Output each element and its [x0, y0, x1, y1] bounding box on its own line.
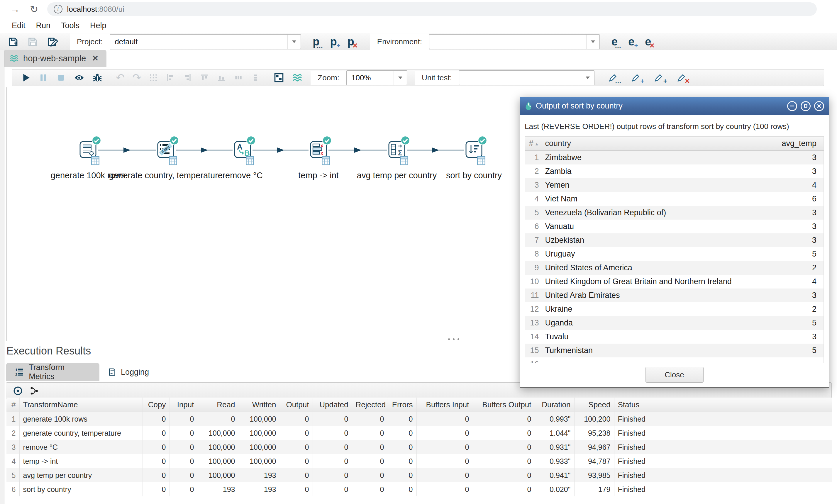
add-project-button[interactable]: p+ [330, 36, 337, 47]
table-row[interactable]: 4Viet Nam6 [525, 192, 824, 206]
tab-close-icon[interactable]: ✕ [92, 54, 99, 63]
menu-edit[interactable]: Edit [6, 21, 31, 30]
new-unit-test-button[interactable]: + [631, 73, 641, 83]
environment-select[interactable] [429, 34, 600, 49]
transform-node-group-by[interactable]: Σ avg temp per country [387, 140, 406, 159]
data-badge-icon[interactable] [91, 156, 100, 165]
sash-handle-icon[interactable] [448, 338, 461, 340]
stop-icon[interactable] [56, 73, 66, 83]
minimize-icon[interactable] [787, 101, 797, 111]
run-icon[interactable] [21, 73, 31, 83]
column-header-country[interactable]: country [542, 137, 772, 151]
column-header[interactable]: Output [280, 398, 313, 412]
table-row[interactable]: 10United Kingdom of Great Britain and No… [525, 275, 824, 288]
add-environment-button[interactable]: e+ [628, 36, 634, 47]
edit-unit-test-button[interactable]: … [608, 73, 618, 83]
table-row[interactable]: 2Zambia3 [525, 164, 824, 178]
table-row[interactable]: 5avg temp per country00100,0001930000000… [6, 468, 832, 482]
zoom-select[interactable]: 100% [346, 70, 407, 85]
table-row[interactable]: 14Tuvalu3 [525, 330, 824, 344]
debug-bug-icon[interactable] [92, 73, 102, 83]
url-bar[interactable]: i localhost:8080/ui [47, 2, 817, 16]
transform-node-replace-text[interactable]: A B remove °C [233, 140, 252, 159]
table-row[interactable]: 4temp -> int00100,000100,0000000000.933"… [6, 454, 832, 468]
table-row[interactable]: 11United Arab Emirates3 [525, 288, 824, 302]
data-badge-icon[interactable] [168, 156, 177, 165]
column-header[interactable]: Updated [313, 398, 352, 412]
table-row[interactable]: 6sort by country001931930000000.020"179F… [6, 482, 832, 497]
table-row[interactable]: 5Venezuela (Bolivarian Republic of)3 [525, 206, 824, 220]
save-as-icon[interactable] [46, 36, 58, 48]
transform-node-fake-data[interactable]: Fake generate country, temperature [156, 140, 175, 159]
data-badge-icon[interactable] [477, 156, 486, 165]
clean-lineage-icon[interactable] [30, 386, 38, 395]
open-file-icon[interactable] [7, 36, 19, 48]
column-header[interactable]: Input [170, 398, 198, 412]
table-cell: 100,200 [574, 412, 614, 426]
column-header[interactable]: Duration [535, 398, 574, 412]
menu-help[interactable]: Help [85, 21, 112, 30]
delete-unit-test-button[interactable]: ✕ [677, 73, 687, 83]
table-row[interactable]: 9United States of America2 [525, 261, 824, 275]
table-row[interactable]: 3remove °C00100,000100,0000000000.931"94… [6, 440, 832, 454]
reload-icon[interactable]: ↻ [30, 4, 38, 14]
column-header-avg-temp[interactable]: avg_temp [772, 137, 824, 151]
transform-node-sort-rows[interactable]: sort by country [465, 140, 483, 159]
menu-tools[interactable]: Tools [56, 21, 85, 30]
tab-logging[interactable]: Logging [100, 363, 158, 381]
column-header[interactable]: Written [239, 398, 280, 412]
unit-test-select[interactable] [459, 70, 594, 85]
column-header[interactable]: Read [198, 398, 239, 412]
delete-environment-button[interactable]: e✕ [645, 36, 651, 47]
table-row[interactable]: 3Yemen4 [525, 178, 824, 192]
unit-test-caret-icon[interactable] [581, 71, 594, 85]
column-header[interactable]: # [6, 398, 19, 412]
data-badge-icon[interactable] [321, 156, 330, 165]
environment-caret-icon[interactable] [586, 35, 600, 49]
edit-project-button[interactable]: p… [313, 36, 319, 47]
delete-project-button[interactable]: p✕ [348, 36, 354, 47]
table-row[interactable]: 6Vanuatu3 [525, 220, 824, 233]
zoom-caret-icon[interactable] [394, 71, 407, 85]
column-header-index[interactable]: #▲ [525, 137, 542, 151]
edit-unit-test-data-button[interactable]: + [654, 73, 664, 83]
pipeline-waves-icon[interactable] [292, 73, 303, 83]
table-row[interactable]: 2generate country, temperature00100,0001… [6, 426, 832, 440]
column-header[interactable]: TransformName [19, 398, 143, 412]
column-header[interactable]: Speed [574, 398, 614, 412]
table-row[interactable]: 16 [525, 357, 824, 363]
show-hide-inactive-icon[interactable] [13, 386, 22, 396]
tab-transform-metrics[interactable]: 12 Transform Metrics [6, 363, 100, 381]
site-info-icon[interactable]: i [54, 5, 63, 14]
data-badge-icon[interactable] [400, 156, 409, 165]
preview-eye-icon[interactable] [74, 73, 85, 83]
close-icon[interactable]: ✕ [814, 101, 824, 111]
table-row[interactable]: 15Turkmenistan5 [525, 344, 824, 357]
column-header[interactable]: Buffers Output [473, 398, 535, 412]
tab-hop-web-sample[interactable]: hop-web-sample ✕ [4, 50, 106, 67]
transform-node-select-values[interactable]: x x temp -> int [309, 140, 328, 159]
pause-icon[interactable] [38, 73, 48, 83]
column-header[interactable]: Errors [388, 398, 416, 412]
menu-run[interactable]: Run [31, 21, 56, 30]
table-row[interactable]: 1Zimbabwe3 [525, 151, 824, 165]
project-select[interactable]: default [110, 34, 301, 49]
transform-node-generate-rows[interactable]: generate 100k rows [78, 140, 97, 159]
table-row[interactable]: 7Uzbekistan3 [525, 233, 824, 247]
forward-icon[interactable]: → [10, 4, 20, 14]
table-row[interactable]: 1generate 100k rows000100,0000000000.993… [6, 412, 832, 426]
maximize-icon[interactable] [801, 101, 811, 111]
column-header[interactable]: Rejected [352, 398, 388, 412]
table-row[interactable]: 8Uruguay5 [525, 247, 824, 261]
close-button[interactable]: Close [645, 367, 704, 383]
column-header[interactable]: Copy [143, 398, 170, 412]
project-caret-icon[interactable] [287, 35, 301, 49]
table-row[interactable]: 13Uganda5 [525, 316, 824, 330]
dialog-titlebar[interactable]: Output of sort by country ✕ [520, 97, 829, 115]
table-row[interactable]: 12Ukraine2 [525, 302, 824, 316]
edit-environment-button[interactable]: e… [611, 36, 618, 47]
column-header[interactable]: Buffers Input [416, 398, 473, 412]
data-badge-icon[interactable] [246, 156, 254, 165]
show-execution-panel-icon[interactable] [274, 72, 284, 83]
column-header[interactable]: Status [614, 398, 653, 412]
